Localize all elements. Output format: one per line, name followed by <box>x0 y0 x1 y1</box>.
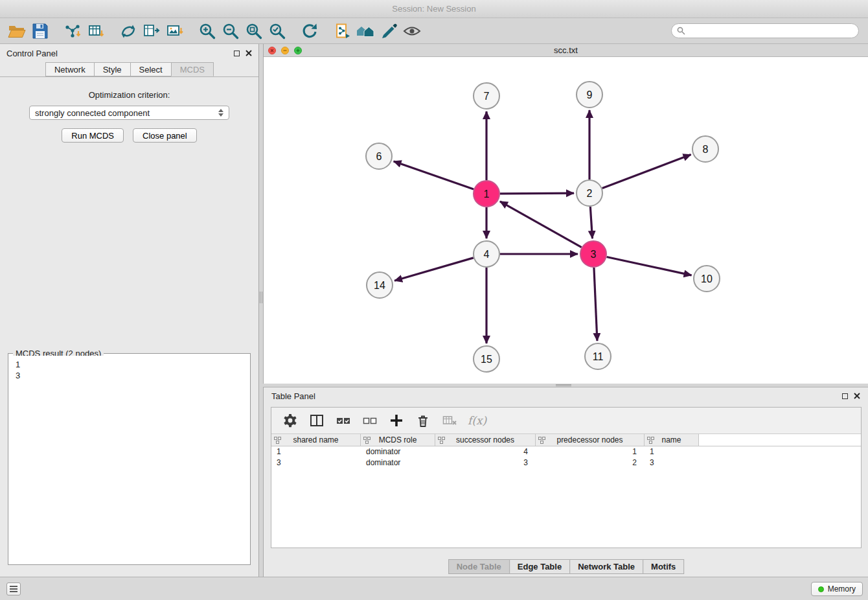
search-box[interactable] <box>671 23 859 38</box>
svg-text:1: 1 <box>484 189 490 200</box>
cell-successor-nodes[interactable]: 3 <box>435 457 536 468</box>
add-column-icon[interactable] <box>388 412 405 429</box>
graph-edge-2-3[interactable] <box>590 207 592 238</box>
cell-shared-name[interactable]: 1 <box>271 446 361 457</box>
svg-text:3: 3 <box>591 249 597 260</box>
import-table-icon[interactable] <box>84 20 108 42</box>
home-icon[interactable] <box>354 20 377 42</box>
zoom-in-icon[interactable] <box>196 20 219 42</box>
close-window-button[interactable] <box>268 47 276 54</box>
attribute-icon <box>647 437 654 444</box>
graph-node-11[interactable]: 11 <box>585 343 611 369</box>
delete-table-icon <box>441 412 458 429</box>
columns-icon[interactable] <box>308 412 325 429</box>
selected-criterion: strongly connected component <box>35 108 150 118</box>
tab-node-table[interactable]: Node Table <box>448 559 510 574</box>
svg-text:10: 10 <box>701 273 713 284</box>
tab-motifs[interactable]: Motifs <box>643 559 684 574</box>
svg-text:8: 8 <box>703 144 709 155</box>
run-mcds-button[interactable]: Run MCDS <box>62 128 124 143</box>
graph-edge-1-6[interactable] <box>394 161 474 189</box>
zoom-fit-icon[interactable] <box>242 20 266 42</box>
new-network-from-selection-icon[interactable] <box>330 20 354 42</box>
graph-node-15[interactable]: 15 <box>474 346 499 372</box>
export-image-icon[interactable] <box>163 20 187 42</box>
close-panel-button[interactable]: Close panel <box>133 128 197 143</box>
zoom-window-button[interactable] <box>294 47 302 54</box>
graph-node-8[interactable]: 8 <box>692 136 718 162</box>
close-panel-icon[interactable] <box>246 50 252 56</box>
graph-node-10[interactable]: 10 <box>694 266 720 292</box>
tab-select[interactable]: Select <box>130 62 172 76</box>
table-tabs: Node Table Edge Table Network Table Moti… <box>448 559 684 574</box>
close-panel-icon[interactable] <box>854 393 860 399</box>
table-row[interactable]: 3 dominator 3 2 3 <box>271 457 861 468</box>
gear-icon[interactable] <box>282 412 299 429</box>
zoom-out-icon[interactable] <box>219 20 242 42</box>
cell-predecessor-nodes[interactable]: 2 <box>536 457 645 468</box>
cell-mcds-role[interactable]: dominator <box>361 457 435 468</box>
delete-column-icon[interactable] <box>415 412 431 429</box>
import-network-icon[interactable] <box>61 20 84 42</box>
zoom-selected-icon[interactable] <box>266 20 289 42</box>
graph-edge-3-10[interactable] <box>607 257 692 275</box>
open-session-icon[interactable] <box>5 20 29 42</box>
tab-network[interactable]: Network <box>45 62 95 76</box>
result-item[interactable]: 3 <box>16 370 243 381</box>
network-graph[interactable]: 7968124314101511 <box>264 57 868 384</box>
network-from-table-icon[interactable] <box>140 20 163 42</box>
refresh-icon[interactable] <box>298 20 321 42</box>
table-row[interactable]: 1 dominator 4 1 1 <box>271 446 861 457</box>
graph-node-4[interactable]: 4 <box>474 241 499 267</box>
select-stepper-icon <box>218 109 223 117</box>
float-panel-icon[interactable] <box>842 393 848 399</box>
graph-node-1[interactable]: 1 <box>474 181 499 207</box>
graph-node-14[interactable]: 14 <box>367 272 393 298</box>
graph-edge-2-8[interactable] <box>602 155 691 189</box>
optimization-criterion-select[interactable]: strongly connected component <box>29 106 229 120</box>
graph-edge-3-1[interactable] <box>500 202 582 248</box>
column-header-name[interactable]: name <box>645 434 699 446</box>
column-header-successor-nodes[interactable]: successor nodes <box>435 434 536 446</box>
graph-edge-4-14[interactable] <box>394 258 474 281</box>
network-canvas[interactable]: 7968124314101511 <box>264 57 868 384</box>
column-header-mcds-role[interactable]: MCDS role <box>361 434 435 446</box>
network-arrows-icon[interactable] <box>117 20 140 42</box>
table-toolbar: f(x) <box>271 408 861 434</box>
cell-successor-nodes[interactable]: 4 <box>435 446 536 457</box>
cell-shared-name[interactable]: 3 <box>271 457 361 468</box>
result-item[interactable]: 1 <box>16 359 243 370</box>
task-history-icon[interactable] <box>6 583 21 595</box>
mcds-result-list[interactable]: 1 3 <box>10 356 248 562</box>
graph-edge-1-2[interactable] <box>500 193 574 194</box>
float-panel-icon[interactable] <box>234 51 240 56</box>
graph-node-6[interactable]: 6 <box>366 143 392 169</box>
table-panel-title: Table Panel <box>271 391 315 401</box>
graph-node-2[interactable]: 2 <box>577 180 602 206</box>
graph-node-9[interactable]: 9 <box>577 82 602 108</box>
cell-name[interactable]: 1 <box>645 446 699 457</box>
eye-icon[interactable] <box>400 20 424 42</box>
memory-button[interactable]: Memory <box>811 582 863 596</box>
cell-name[interactable]: 3 <box>645 457 699 468</box>
minimize-window-button[interactable] <box>281 47 289 54</box>
splitter-handle[interactable] <box>258 292 263 303</box>
cell-predecessor-nodes[interactable]: 1 <box>536 446 645 457</box>
apply-style-brush-icon[interactable] <box>377 20 400 42</box>
attribute-icon <box>538 437 545 444</box>
graph-node-3[interactable]: 3 <box>580 241 606 267</box>
tab-mcds[interactable]: MCDS <box>171 62 214 76</box>
tab-network-table[interactable]: Network Table <box>569 559 643 574</box>
graph-node-7[interactable]: 7 <box>474 83 499 109</box>
cell-mcds-role[interactable]: dominator <box>361 446 435 457</box>
column-header-shared-name[interactable]: shared name <box>271 434 361 446</box>
search-input[interactable] <box>689 26 853 36</box>
save-session-icon[interactable] <box>29 20 52 42</box>
deselect-all-icon[interactable] <box>361 412 378 429</box>
column-header-predecessor-nodes[interactable]: predecessor nodes <box>536 434 645 446</box>
table-body: 1 dominator 4 1 1 3 dominator 3 2 3 <box>271 446 861 548</box>
tab-style[interactable]: Style <box>94 62 131 76</box>
tab-edge-table[interactable]: Edge Table <box>509 559 570 574</box>
graph-edge-3-11[interactable] <box>594 268 597 341</box>
select-all-icon[interactable] <box>335 412 352 429</box>
